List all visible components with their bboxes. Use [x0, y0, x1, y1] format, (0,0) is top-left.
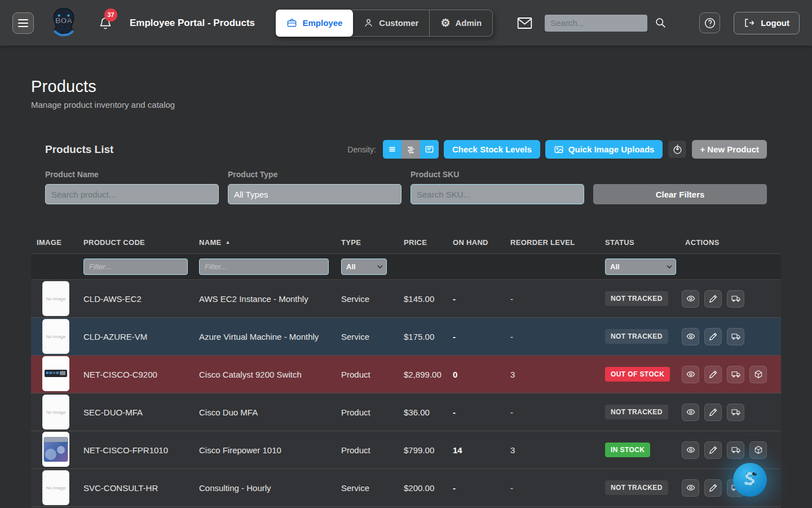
view-action-button[interactable]	[682, 366, 699, 383]
reorder-level-cell: -	[505, 408, 599, 417]
product-sku-filter-input[interactable]	[411, 184, 584, 204]
truck-action-button[interactable]	[727, 366, 744, 383]
edit-icon	[709, 332, 718, 341]
table-row[interactable]: No ImageCLD-AZURE-VMAzure Virtual Machin…	[31, 318, 781, 356]
status-badge: OUT OF STOCK	[605, 367, 670, 382]
table-row[interactable]: NET-CISCO-C9200Cisco Catalyst 9200 Switc…	[31, 356, 781, 393]
view-action-button[interactable]	[682, 441, 699, 459]
status-badge: NOT TRACKED	[605, 480, 668, 495]
product-sku-filter-group: Product SKU	[411, 170, 584, 204]
price-cell: $799.00	[398, 445, 447, 455]
notification-count-badge: 37	[104, 8, 117, 21]
product-type-label: Product Type	[228, 170, 401, 179]
search-submit-button[interactable]	[655, 17, 667, 29]
quick-image-uploads-button[interactable]: Quick Image Uploads	[545, 140, 663, 159]
view-icon	[686, 445, 695, 454]
help-button[interactable]	[699, 12, 720, 33]
tab-admin[interactable]: ⚙Admin	[429, 10, 492, 36]
messages-button[interactable]	[517, 17, 532, 29]
firewall-product-image	[42, 432, 69, 467]
column-header-image[interactable]: IMAGE	[31, 238, 78, 247]
table-row[interactable]: NET-CISCO-FPR1010Cisco Firepower 1010Pro…	[31, 431, 781, 469]
truck-action-button[interactable]	[727, 404, 744, 421]
column-header-name[interactable]: NAME▲	[193, 238, 336, 247]
filters-bar: Product Name Product Type All Types Prod…	[31, 170, 781, 204]
truck-action-button[interactable]	[727, 441, 744, 459]
box-icon	[754, 370, 763, 379]
panel-toolbar: Density: Check Stock Levels Quick Image …	[347, 140, 767, 159]
product-code-cell: SEC-DUO-MFA	[78, 408, 193, 417]
name-column-filter-input[interactable]	[199, 259, 329, 275]
code-column-filter-input[interactable]	[83, 259, 188, 275]
edit-action-button[interactable]	[704, 441, 722, 459]
edit-action-button[interactable]	[704, 479, 722, 497]
view-action-button[interactable]	[682, 404, 699, 421]
tab-employee[interactable]: Employee	[276, 10, 353, 37]
view-action-button[interactable]	[682, 328, 699, 345]
notifications-button[interactable]: 37	[98, 15, 113, 31]
clear-filters-button[interactable]: Clear Filters	[593, 184, 767, 204]
product-type-select[interactable]: All Types	[228, 184, 401, 204]
box-action-button[interactable]	[749, 366, 767, 383]
price-cell: $145.00	[398, 294, 447, 304]
view-icon	[686, 294, 695, 303]
logout-button[interactable]: Logout	[734, 12, 800, 34]
products-list-panel: Products List Density: Check Stock Level…	[31, 140, 781, 508]
product-type-cell: Service	[336, 332, 398, 341]
assistant-fab[interactable]	[733, 463, 767, 497]
product-code-cell: SVC-CONSULT-HR	[78, 483, 193, 493]
page-title: Products	[31, 77, 781, 96]
view-action-button[interactable]	[682, 479, 699, 497]
view-action-button[interactable]	[682, 290, 699, 308]
check-stock-levels-button[interactable]: Check Stock Levels	[444, 140, 540, 159]
table-row[interactable]: No ImageCLD-AWS-EC2AWS EC2 Instance - Mo…	[31, 280, 781, 318]
on-hand-cell: 0	[447, 370, 505, 379]
truck-action-button[interactable]	[727, 328, 744, 345]
navbar-right-cluster: Logout	[517, 12, 800, 34]
status-column-filter-select[interactable]: All	[605, 259, 676, 275]
new-product-button[interactable]: + New Product	[692, 140, 767, 159]
hamburger-menu-button[interactable]	[12, 12, 34, 34]
edit-action-button[interactable]	[704, 366, 722, 383]
column-header-product-code[interactable]: PRODUCT CODE	[78, 238, 193, 247]
status-badge: NOT TRACKED	[605, 291, 668, 306]
question-icon	[704, 17, 716, 29]
table-row[interactable]: No ImageSEC-DUO-MFACisco Duo MFAProduct$…	[31, 393, 781, 431]
type-column-filter-select[interactable]: All	[341, 259, 387, 275]
on-hand-cell: -	[447, 294, 505, 304]
column-header-price[interactable]: PRICE	[398, 238, 447, 247]
product-code-cell: NET-CISCO-C9200	[78, 370, 193, 379]
edit-action-button[interactable]	[704, 404, 722, 421]
density-comfortable-button[interactable]	[401, 140, 420, 159]
mail-icon	[517, 17, 532, 29]
product-image-thumbnail[interactable]	[42, 356, 69, 391]
edit-action-button[interactable]	[704, 290, 722, 308]
reorder-level-cell: 3	[505, 445, 599, 455]
truck-icon	[731, 408, 740, 417]
box-action-button[interactable]	[749, 441, 767, 459]
export-upload-button[interactable]	[668, 140, 687, 159]
table-row[interactable]: No ImageSVC-CONSULT-HRConsulting - Hourl…	[31, 469, 781, 507]
column-header-on-hand[interactable]: ON HAND	[447, 238, 505, 247]
density-spacious-button[interactable]	[420, 140, 439, 159]
on-hand-cell: -	[447, 332, 505, 341]
product-name-cell: Cisco Duo MFA	[193, 408, 336, 417]
column-header-type[interactable]: TYPE	[336, 238, 398, 247]
actions-cell	[679, 366, 781, 383]
tab-customer[interactable]: Customer	[352, 10, 429, 36]
density-compact-button[interactable]	[383, 140, 401, 159]
global-search-input[interactable]	[545, 15, 647, 32]
product-name-filter-input[interactable]	[45, 184, 219, 204]
edit-action-button[interactable]	[704, 328, 722, 345]
column-header-actions[interactable]: ACTIONS	[679, 238, 781, 247]
truck-action-button[interactable]	[727, 290, 744, 308]
product-image-thumbnail[interactable]	[42, 432, 69, 467]
briefcase-icon	[286, 17, 297, 28]
image-cell	[31, 432, 78, 468]
density-spacious-icon	[425, 144, 434, 154]
actions-cell	[679, 328, 781, 345]
column-header-reorder-level[interactable]: REORDER LEVEL	[505, 238, 599, 247]
column-header-status[interactable]: STATUS	[599, 238, 679, 247]
status-cell: OUT OF STOCK	[599, 367, 679, 382]
view-icon	[686, 483, 695, 492]
